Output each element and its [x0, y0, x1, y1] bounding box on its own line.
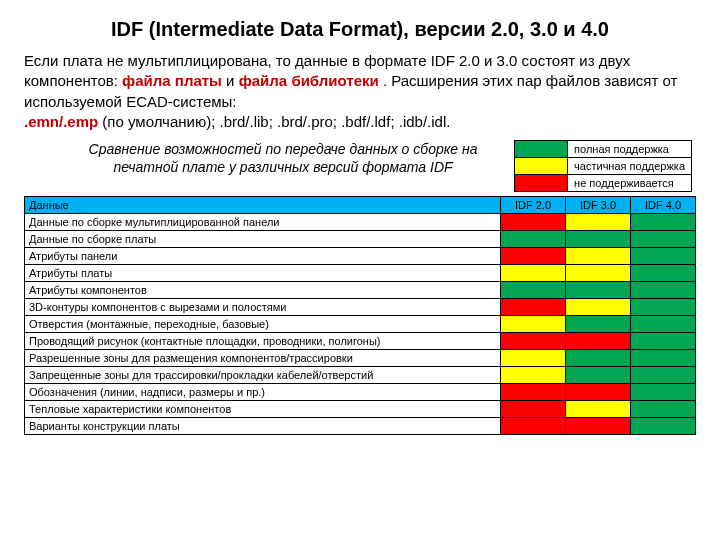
row-label: Варианты конструкции платы [25, 418, 501, 435]
support-cell [631, 333, 696, 350]
highlight-library-file: файла библиотеки [239, 72, 379, 89]
table-row: Запрещенные зоны для трассировки/проклад… [25, 367, 696, 384]
table-row: Варианты конструкции платы [25, 418, 696, 435]
row-label: Разрешенные зоны для размещения компонен… [25, 350, 501, 367]
row-label: Тепловые характеристики компонентов [25, 401, 501, 418]
page-title: IDF (Intermediate Data Format), версии 2… [24, 18, 696, 41]
table-row: 3D-контуры компонентов с вырезами и поло… [25, 299, 696, 316]
support-cell [631, 231, 696, 248]
support-cell [566, 333, 631, 350]
support-cell [566, 384, 631, 401]
support-cell [631, 350, 696, 367]
legend-table: полная поддержка частичная поддержка не … [514, 140, 692, 192]
support-cell [501, 384, 566, 401]
row-label: Данные по сборке мультиплицированной пан… [25, 214, 501, 231]
support-cell [631, 282, 696, 299]
support-cell [501, 248, 566, 265]
support-cell [501, 333, 566, 350]
row-label: Атрибуты компонентов [25, 282, 501, 299]
table-row: Данные по сборке платы [25, 231, 696, 248]
comparison-table: Данные IDF 2.0 IDF 3.0 IDF 4.0 Данные по… [24, 196, 696, 435]
support-cell [566, 367, 631, 384]
legend-swatch-none [515, 175, 568, 192]
legend-label-full: полная поддержка [568, 141, 692, 158]
row-label: 3D-контуры компонентов с вырезами и поло… [25, 299, 501, 316]
text: и [226, 72, 239, 89]
row-label: Отверстия (монтажные, переходные, базовы… [25, 316, 501, 333]
support-cell [566, 401, 631, 418]
support-cell [566, 350, 631, 367]
legend-swatch-full [515, 141, 568, 158]
col-header-data: Данные [25, 197, 501, 214]
table-caption: Сравнение возможностей по передаче данны… [24, 140, 514, 176]
table-row: Атрибуты панели [25, 248, 696, 265]
support-cell [501, 367, 566, 384]
row-label: Обозначения (линии, надписи, размеры и п… [25, 384, 501, 401]
support-cell [501, 401, 566, 418]
table-row: Обозначения (линии, надписи, размеры и п… [25, 384, 696, 401]
support-cell [566, 214, 631, 231]
col-header-idf40: IDF 4.0 [631, 197, 696, 214]
col-header-idf20: IDF 2.0 [501, 197, 566, 214]
support-cell [631, 265, 696, 282]
support-cell [501, 299, 566, 316]
support-cell [631, 248, 696, 265]
support-cell [631, 299, 696, 316]
support-cell [501, 316, 566, 333]
support-cell [501, 214, 566, 231]
support-cell [631, 401, 696, 418]
support-cell [501, 282, 566, 299]
table-row: Атрибуты компонентов [25, 282, 696, 299]
table-row: Отверстия (монтажные, переходные, базовы… [25, 316, 696, 333]
row-label: Атрибуты платы [25, 265, 501, 282]
support-cell [566, 282, 631, 299]
support-cell [501, 231, 566, 248]
support-cell [631, 367, 696, 384]
extensions-default: .emn/.emp [24, 113, 98, 130]
table-row: Разрешенные зоны для размещения компонен… [25, 350, 696, 367]
support-cell [501, 418, 566, 435]
row-label: Проводящий рисунок (контактные площадки,… [25, 333, 501, 350]
extensions-rest: (по умолчанию); .brd/.lib; .brd/.pro; .b… [102, 113, 450, 130]
support-cell [631, 384, 696, 401]
support-cell [566, 248, 631, 265]
support-cell [501, 350, 566, 367]
legend-label-none: не поддерживается [568, 175, 692, 192]
support-cell [631, 214, 696, 231]
row-label: Запрещенные зоны для трассировки/проклад… [25, 367, 501, 384]
row-label: Атрибуты панели [25, 248, 501, 265]
intro-paragraph: Если плата не мультиплицирована, то данн… [24, 51, 696, 132]
table-row: Тепловые характеристики компонентов [25, 401, 696, 418]
support-cell [566, 418, 631, 435]
table-row: Проводящий рисунок (контактные площадки,… [25, 333, 696, 350]
support-cell [566, 299, 631, 316]
support-cell [631, 418, 696, 435]
table-header-row: Данные IDF 2.0 IDF 3.0 IDF 4.0 [25, 197, 696, 214]
support-cell [566, 265, 631, 282]
table-row: Атрибуты платы [25, 265, 696, 282]
highlight-board-file: файла платы [122, 72, 222, 89]
row-label: Данные по сборке платы [25, 231, 501, 248]
table-row: Данные по сборке мультиплицированной пан… [25, 214, 696, 231]
support-cell [501, 265, 566, 282]
support-cell [566, 231, 631, 248]
col-header-idf30: IDF 3.0 [566, 197, 631, 214]
legend-swatch-partial [515, 158, 568, 175]
support-cell [631, 316, 696, 333]
legend-label-partial: частичная поддержка [568, 158, 692, 175]
support-cell [566, 316, 631, 333]
